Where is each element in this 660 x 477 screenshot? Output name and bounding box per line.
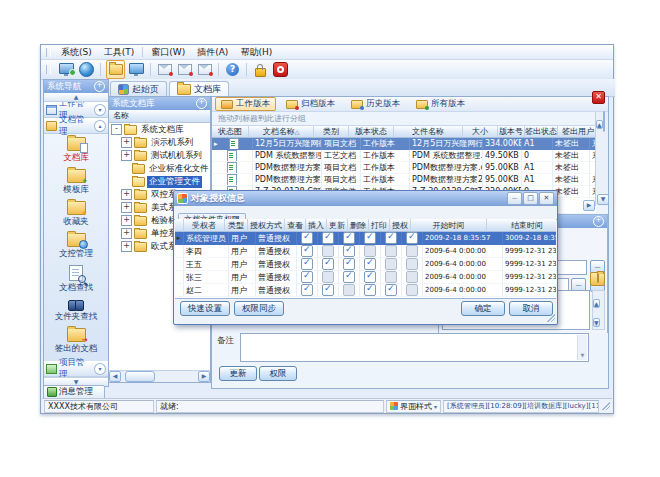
column-header[interactable]: 类型 bbox=[225, 219, 248, 232]
permission-checkbox[interactable] bbox=[406, 232, 418, 244]
permission-checkbox[interactable] bbox=[322, 284, 334, 296]
close-icon[interactable] bbox=[539, 192, 554, 205]
scroll-down-icon[interactable] bbox=[597, 194, 609, 205]
globe-icon[interactable] bbox=[78, 61, 95, 78]
expand-icon[interactable]: + bbox=[121, 215, 132, 226]
nav-group-文档管理[interactable]: 文档管理▴ bbox=[44, 118, 108, 134]
permission-checkbox[interactable] bbox=[301, 284, 313, 296]
message-receive-icon[interactable] bbox=[176, 61, 193, 78]
column-header[interactable]: 签出状态 bbox=[525, 126, 558, 138]
ui-style-selector[interactable]: 界面样式 bbox=[386, 400, 441, 413]
menu-item[interactable]: 工具(T) bbox=[98, 46, 141, 59]
column-header[interactable]: 受权者 bbox=[184, 219, 225, 232]
authorization-row[interactable]: 李四用户普通授权2009-6-4 0:00:009999-12-31 23:59… bbox=[175, 245, 556, 258]
expand-icon[interactable]: + bbox=[121, 202, 132, 213]
permission-checkbox[interactable] bbox=[385, 284, 397, 296]
permission-checkbox[interactable] bbox=[364, 232, 376, 244]
tree-node[interactable]: -系统文档库 bbox=[109, 123, 210, 136]
sidebar-item-收藏夹[interactable]: 收藏夹 bbox=[63, 201, 89, 228]
permission-checkbox[interactable] bbox=[385, 245, 397, 257]
version-tab-所有版本[interactable]: 所有版本 bbox=[410, 97, 471, 111]
column-header[interactable]: 开始时间 bbox=[411, 219, 487, 232]
tab-doc-library[interactable]: 文档库 bbox=[169, 81, 229, 96]
close-icon[interactable] bbox=[592, 91, 605, 104]
dialog-titlebar[interactable]: 对象授权信息 bbox=[174, 191, 557, 206]
column-header[interactable]: 删除 bbox=[348, 219, 369, 232]
column-header[interactable]: 版本状态 bbox=[349, 126, 394, 138]
sidebar-item-文档查找[interactable]: 文档查找 bbox=[59, 265, 93, 294]
chevron-down-icon[interactable]: ▾ bbox=[94, 363, 106, 375]
window-icon[interactable] bbox=[128, 61, 145, 78]
message-manage-tab[interactable]: 消息管理 bbox=[43, 385, 105, 399]
expand-icon[interactable]: + bbox=[121, 228, 132, 239]
permission-checkbox[interactable] bbox=[364, 245, 376, 257]
pin-icon[interactable] bbox=[94, 81, 105, 92]
column-header[interactable]: 授权 bbox=[390, 219, 411, 232]
permission-checkbox[interactable] bbox=[322, 258, 334, 270]
tree-node[interactable]: +演示机系列 bbox=[109, 136, 210, 149]
connect-icon[interactable] bbox=[58, 61, 75, 78]
version-tab-归档版本[interactable]: 归档版本 bbox=[280, 97, 341, 111]
tree-node[interactable]: +测试机机系列 bbox=[109, 149, 210, 162]
column-header[interactable]: 插入 bbox=[306, 219, 327, 232]
permission-checkbox[interactable] bbox=[301, 258, 313, 270]
maximize-icon[interactable] bbox=[523, 192, 538, 205]
table-row[interactable]: PDM 系统数据整理检...工艺文档工作版本PDM 系统数据整理...49.50… bbox=[212, 150, 596, 162]
library-open-icon[interactable] bbox=[106, 60, 125, 79]
pin-icon[interactable] bbox=[196, 98, 207, 109]
expand-icon[interactable]: + bbox=[121, 137, 132, 148]
sidebar-item-文件夹查找[interactable]: 文件夹查找 bbox=[55, 299, 98, 323]
permission-checkbox[interactable] bbox=[364, 284, 376, 296]
menu-item[interactable]: 系统(S) bbox=[55, 46, 98, 59]
menubar-grip[interactable] bbox=[46, 48, 51, 57]
table-vertical-scrollbar[interactable] bbox=[595, 112, 608, 206]
sidebar-item-模板库[interactable]: 模板库 bbox=[63, 169, 89, 196]
authorization-row[interactable]: 系统管理员用户普通授权2009-2-18 8:35:573009-2-18 8:… bbox=[175, 232, 556, 245]
column-header[interactable]: 查看 bbox=[285, 219, 306, 232]
authorization-row[interactable]: 王五用户普通授权2009-6-4 0:00:009999-12-31 23:59… bbox=[175, 258, 556, 271]
update-button[interactable]: 更新 bbox=[219, 366, 257, 381]
scroll-up-icon[interactable] bbox=[596, 120, 603, 129]
browse-folder-icon[interactable] bbox=[590, 272, 605, 286]
permission-checkbox[interactable] bbox=[406, 284, 418, 296]
scroll-thumb[interactable] bbox=[603, 111, 605, 132]
permission-checkbox[interactable] bbox=[343, 245, 355, 257]
pin-icon[interactable] bbox=[593, 216, 604, 227]
column-header[interactable]: 状态图 bbox=[212, 126, 249, 138]
scroll-thumb[interactable] bbox=[125, 371, 155, 382]
table-scroll-right-icon[interactable] bbox=[583, 200, 595, 211]
sidebar-item-文档库[interactable]: 文档库 bbox=[63, 137, 89, 164]
tree-node[interactable]: 企业管理文件 bbox=[109, 175, 210, 188]
tree-node[interactable]: 企业标准化文件 bbox=[109, 162, 210, 175]
permission-checkbox[interactable] bbox=[385, 271, 397, 283]
column-header[interactable]: 文档名称 bbox=[249, 126, 314, 138]
lock-icon[interactable] bbox=[252, 61, 269, 78]
chevron-down-icon[interactable]: ▾ bbox=[94, 104, 106, 116]
expand-icon[interactable]: + bbox=[121, 150, 132, 161]
permission-checkbox[interactable] bbox=[364, 258, 376, 270]
chevron-up-icon[interactable]: ▴ bbox=[94, 120, 106, 132]
version-tab-历史版本[interactable]: 历史版本 bbox=[345, 97, 406, 111]
permission-checkbox[interactable] bbox=[301, 271, 313, 283]
tab-start-page[interactable]: 起始页 bbox=[110, 81, 167, 96]
permission-checkbox[interactable] bbox=[385, 232, 397, 244]
nav-scroll-up[interactable] bbox=[44, 93, 108, 102]
table-row[interactable]: PDM数据整理方案2.doc项目文档工作版本PDM数据整理方案2.doc95.0… bbox=[212, 174, 596, 186]
column-header[interactable]: 结束时间 bbox=[487, 219, 556, 232]
remark-textarea[interactable] bbox=[240, 333, 589, 362]
quick-setup-button[interactable]: 快速设置 bbox=[180, 301, 230, 316]
column-header[interactable]: 大小 bbox=[463, 126, 498, 138]
menu-item[interactable]: 插件(A) bbox=[191, 46, 234, 59]
scroll-right-icon[interactable] bbox=[198, 371, 210, 382]
property-scrollbar[interactable] bbox=[592, 290, 605, 330]
menu-item[interactable]: 窗口(W) bbox=[145, 46, 191, 59]
collapse-icon[interactable]: - bbox=[111, 124, 122, 135]
menu-item[interactable]: 帮助(H) bbox=[234, 46, 278, 59]
column-header[interactable]: 更新 bbox=[327, 219, 348, 232]
permission-checkbox[interactable] bbox=[343, 271, 355, 283]
permission-checkbox[interactable] bbox=[301, 232, 313, 244]
tree-horizontal-scrollbar[interactable] bbox=[109, 370, 210, 382]
permission-checkbox[interactable] bbox=[385, 258, 397, 270]
expand-icon[interactable]: + bbox=[121, 189, 132, 200]
resize-grip[interactable] bbox=[547, 314, 555, 322]
